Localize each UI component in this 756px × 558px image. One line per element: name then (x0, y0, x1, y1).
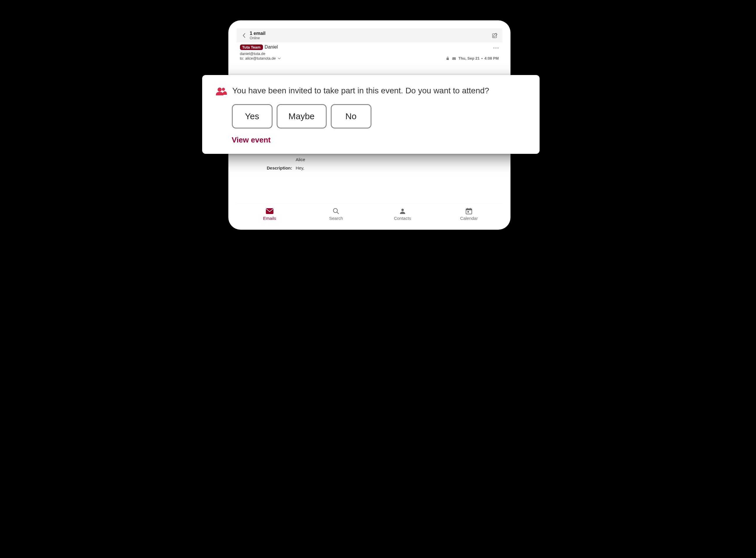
team-badge: Tuta Team (240, 45, 263, 50)
bottom-nav: Emails Search (236, 204, 502, 225)
online-status: Online (250, 36, 491, 40)
mail-header-bar: 1 email Online (236, 28, 502, 43)
rsvp-yes-button[interactable]: Yes (232, 104, 273, 129)
stage: 1 email Online Tuta Team Daniel (189, 0, 567, 279)
sender-email: daniel@tuta.de (240, 51, 499, 56)
svg-rect-4 (447, 58, 449, 60)
svg-point-3 (497, 47, 498, 48)
nav-emails-label: Emails (263, 216, 276, 221)
svg-point-2 (495, 47, 496, 48)
event-description-label: Description: (240, 164, 292, 172)
lock-icon (446, 56, 450, 60)
chevron-down-icon (277, 57, 281, 60)
view-event-link[interactable]: View event (232, 135, 271, 145)
meta-separator: • (481, 56, 483, 60)
svg-rect-11 (466, 209, 472, 210)
more-horizontal-icon (493, 47, 499, 49)
to-address: alice@tutanota.de (245, 56, 276, 60)
event-description-row: Description: Hey, (240, 164, 499, 172)
event-who-line2: Alice (296, 156, 499, 164)
mail-time: 4:08 PM (484, 56, 499, 60)
to-prefix: to: (240, 56, 244, 60)
banner-message: You have been invited to take part in th… (232, 85, 489, 96)
people-icon (216, 87, 227, 96)
invite-banner: You have been invited to take part in th… (202, 75, 539, 154)
inbox-tray-icon (452, 56, 456, 60)
svg-line-8 (337, 212, 338, 214)
svg-rect-14 (468, 211, 469, 212)
svg-rect-6 (266, 208, 273, 214)
expand-recipients-button[interactable] (277, 56, 281, 61)
svg-rect-12 (467, 208, 468, 209)
mail-meta: Tuta Team Daniel daniel@tuta.de to: alic… (236, 43, 502, 64)
nav-calendar[interactable]: Calendar (436, 204, 502, 225)
rsvp-maybe-button[interactable]: Maybe (277, 104, 327, 129)
mail-count-label: 1 email (250, 31, 491, 36)
calendar-icon (465, 208, 473, 214)
rsvp-options: Yes Maybe No (232, 104, 526, 129)
search-icon (332, 208, 340, 214)
svg-point-9 (401, 209, 404, 211)
rsvp-no-button[interactable]: No (331, 104, 372, 129)
svg-rect-13 (470, 208, 471, 209)
svg-point-1 (493, 47, 494, 48)
chevron-left-icon (242, 33, 246, 38)
mail-meta-right: Thu, Sep 21 • 4:08 PM (446, 56, 499, 60)
nav-contacts[interactable]: Contacts (370, 204, 436, 225)
sender-name: Daniel (265, 45, 278, 50)
compose-button[interactable] (491, 31, 499, 40)
mail-icon (266, 208, 274, 214)
nav-contacts-label: Contacts (394, 216, 411, 221)
sender-row: Tuta Team Daniel (240, 44, 499, 50)
svg-point-16 (222, 88, 225, 91)
nav-search-label: Search (329, 216, 343, 221)
header-titles: 1 email Online (250, 31, 491, 40)
event-description-value: Hey, (296, 164, 499, 172)
mail-date: Thu, Sep 21 (458, 56, 480, 60)
nav-search[interactable]: Search (303, 204, 370, 225)
mail-more-button[interactable] (493, 44, 499, 50)
nav-emails[interactable]: Emails (236, 204, 303, 225)
nav-calendar-label: Calendar (460, 216, 478, 221)
back-button[interactable] (240, 31, 248, 40)
to-row: to: alice@tutanota.de (240, 56, 499, 61)
svg-point-15 (218, 87, 222, 92)
banner-header: You have been invited to take part in th… (216, 85, 526, 96)
compose-icon (492, 32, 498, 39)
contacts-icon (399, 208, 407, 214)
